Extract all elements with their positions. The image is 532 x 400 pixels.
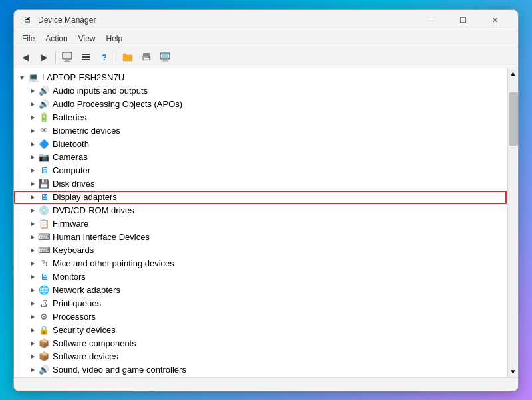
expand-arrow-icon[interactable]	[27, 310, 38, 324]
svg-rect-3	[82, 54, 90, 55]
tree-item[interactable]: 🖨Print queues	[14, 297, 507, 310]
expand-arrow-icon[interactable]	[27, 350, 38, 363]
svg-rect-1	[65, 60, 69, 61]
tree-item[interactable]: 🔋Batteries	[14, 111, 507, 124]
device-icon: 🖥	[38, 165, 50, 177]
tree-item[interactable]: 🖥Monitors	[14, 270, 507, 284]
tree-item[interactable]: ⌨Keyboards	[14, 244, 507, 257]
svg-marker-23	[31, 182, 35, 186]
tree-item[interactable]: 🖥Display adapters	[14, 191, 507, 204]
expand-arrow-icon[interactable]	[27, 244, 38, 257]
window-controls: — ☐ ✕	[416, 9, 510, 31]
scroll-up-button[interactable]: ▲	[508, 68, 518, 79]
expand-arrow-icon[interactable]	[27, 337, 38, 350]
tree-item[interactable]: 🖱Mice and other pointing devices	[14, 257, 507, 270]
expand-arrow-icon[interactable]	[17, 71, 27, 84]
expand-arrow-icon[interactable]	[27, 231, 38, 244]
device-tree[interactable]: 💻LAPTOP-ESH2SN7U🔊Audio inputs and output…	[14, 68, 507, 377]
device-icon: 📦	[38, 338, 50, 350]
toolbar-monitor-button[interactable]	[156, 49, 174, 65]
svg-rect-4	[82, 56, 90, 58]
menu-view[interactable]: View	[73, 33, 101, 45]
svg-marker-19	[31, 129, 35, 133]
expand-arrow-icon[interactable]	[27, 151, 38, 164]
toolbar-print-button[interactable]	[138, 49, 155, 65]
device-icon: 🌐	[38, 284, 50, 296]
tree-item[interactable]: 🖥Computer	[14, 164, 507, 177]
expand-arrow-icon[interactable]	[27, 297, 38, 310]
expand-arrow-icon[interactable]	[27, 191, 38, 204]
menu-file[interactable]: File	[17, 33, 40, 45]
expand-arrow-icon[interactable]	[27, 284, 38, 297]
expand-arrow-icon[interactable]	[27, 138, 38, 151]
tree-item[interactable]: 📦Software components	[14, 337, 507, 350]
expand-arrow-icon[interactable]	[27, 111, 38, 124]
device-icon: 📷	[38, 151, 50, 163]
svg-marker-30	[31, 275, 35, 279]
tree-item[interactable]: 💾Disk drives	[14, 177, 507, 191]
tree-item[interactable]: 🔷Bluetooth	[14, 138, 507, 151]
tree-item[interactable]: 👁Biometric devices	[14, 124, 507, 138]
tree-item[interactable]: ⌨Human Interface Devices	[14, 231, 507, 244]
device-icon: 🖨	[38, 298, 50, 310]
device-label: Software components	[53, 338, 136, 348]
close-button[interactable]: ✕	[479, 9, 510, 31]
device-manager-window: 🖥 Device Manager — ☐ ✕ File Action View …	[13, 9, 519, 391]
toolbar-list-button[interactable]	[77, 49, 94, 65]
tree-item[interactable]: 📦Software devices	[14, 350, 507, 363]
expand-arrow-icon[interactable]	[27, 257, 38, 270]
device-icon: 🔷	[38, 138, 50, 150]
device-label: Monitors	[53, 272, 86, 282]
svg-rect-13	[162, 61, 168, 62]
device-icon: ⌨	[38, 245, 50, 256]
scrollbar[interactable]: ▲ ▼	[507, 68, 518, 377]
maximize-button[interactable]: ☐	[448, 9, 478, 31]
svg-marker-33	[31, 315, 35, 319]
tree-item[interactable]: 📋Firmware	[14, 217, 507, 231]
device-icon: 🖥	[38, 271, 50, 283]
svg-marker-22	[31, 169, 35, 173]
expand-arrow-icon[interactable]	[27, 177, 38, 191]
tree-item[interactable]: 🔊Audio inputs and outputs	[14, 84, 507, 98]
menu-action[interactable]: Action	[40, 33, 72, 45]
title-bar: 🖥 Device Manager — ☐ ✕	[14, 10, 518, 31]
device-label: Mice and other pointing devices	[53, 258, 174, 268]
expand-arrow-icon[interactable]	[27, 84, 38, 98]
expand-arrow-icon[interactable]	[27, 98, 38, 111]
tree-item[interactable]: 🔒Security devices	[14, 324, 507, 337]
toolbar-back-button[interactable]: ◀	[17, 49, 34, 65]
device-label: DVD/CD-ROM drives	[53, 205, 134, 215]
svg-rect-8	[144, 58, 149, 60]
toolbar-forward-button[interactable]: ▶	[35, 49, 53, 65]
toolbar-separator-1	[55, 51, 56, 63]
menu-help[interactable]: Help	[101, 33, 128, 45]
svg-rect-10	[148, 57, 150, 58]
expand-arrow-icon[interactable]	[27, 164, 38, 177]
toolbar-folder-button[interactable]	[119, 49, 136, 65]
device-label: Biometric devices	[53, 126, 120, 136]
expand-arrow-icon[interactable]	[27, 217, 38, 231]
expand-arrow-icon[interactable]	[27, 204, 38, 217]
svg-marker-24	[31, 195, 35, 199]
device-label: Cameras	[53, 152, 88, 162]
expand-arrow-icon[interactable]	[27, 124, 38, 138]
toolbar-computer-button[interactable]	[59, 49, 76, 65]
scroll-thumb[interactable]	[509, 92, 518, 146]
expand-arrow-icon[interactable]	[27, 270, 38, 284]
tree-item[interactable]: 💻LAPTOP-ESH2SN7U	[14, 71, 507, 84]
device-icon: 💿	[38, 205, 50, 217]
toolbar-help-button[interactable]: ?	[96, 49, 113, 65]
tree-item[interactable]: ⚙Processors	[14, 310, 507, 324]
tree-item[interactable]: 🔊Sound, video and game controllers	[14, 363, 507, 377]
tree-item[interactable]: 🌐Network adapters	[14, 284, 507, 297]
device-label: Software devices	[53, 351, 118, 361]
minimize-button[interactable]: —	[416, 9, 446, 31]
scroll-down-button[interactable]: ▼	[508, 367, 518, 377]
tree-item[interactable]: 🔊Audio Processing Objects (APOs)	[14, 98, 507, 111]
tree-item[interactable]: 📷Cameras	[14, 151, 507, 164]
expand-arrow-icon[interactable]	[27, 324, 38, 337]
tree-item[interactable]: 💿DVD/CD-ROM drives	[14, 204, 507, 217]
expand-arrow-icon[interactable]	[27, 363, 38, 377]
device-label: Network adapters	[53, 285, 120, 295]
svg-marker-34	[31, 328, 35, 332]
